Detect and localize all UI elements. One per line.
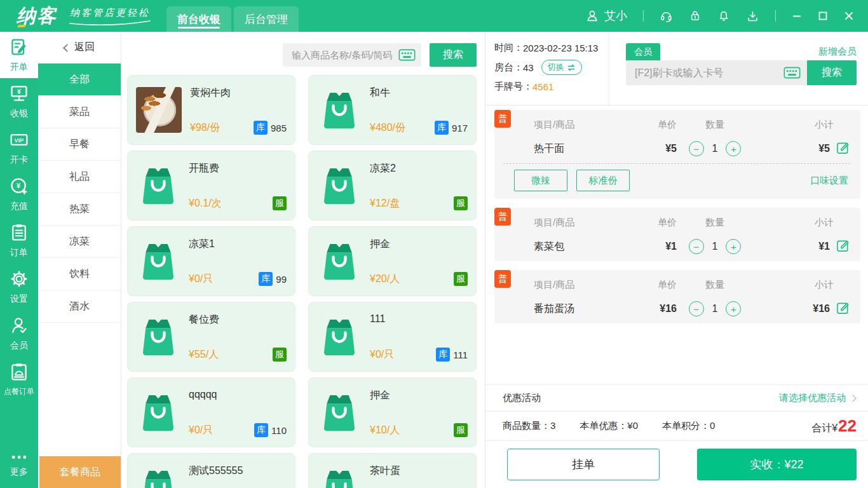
keyboard-icon[interactable] xyxy=(398,49,416,61)
sidebar-item-cashier[interactable]: ¥ 收银 xyxy=(0,78,38,125)
product-search-button[interactable]: 搜索 xyxy=(430,43,477,67)
shopping-bag-icon xyxy=(136,390,180,435)
product-card[interactable]: 押金 ¥20/人 服 xyxy=(308,226,477,296)
service-info: 服 xyxy=(273,196,287,210)
sidebar-item-recharge[interactable]: ¥ 充值 xyxy=(0,171,38,217)
sidebar-item-settings[interactable]: 设置 xyxy=(0,264,38,310)
sidebar-item-orders[interactable]: 订单 xyxy=(0,217,38,264)
order-header: 时间： 2023-02-23 15:13 房台： 43 切换 手牌号： 4561… xyxy=(485,32,868,105)
order-info: 时间： 2023-02-23 15:13 房台： 43 切换 手牌号： 4561 xyxy=(485,32,609,105)
category-item[interactable]: 菜品 xyxy=(38,96,121,128)
user-icon xyxy=(585,9,599,23)
category-item[interactable]: 酒水 xyxy=(38,290,121,323)
edit-icon[interactable] xyxy=(836,140,850,158)
product-body: 黄焖牛肉 ¥98/份 库985 xyxy=(182,76,287,144)
header-item: 项目/商品 xyxy=(534,279,623,291)
stock-count: 99 xyxy=(276,274,287,285)
totals-row: 商品数量：3 本单优惠：¥0 本单积分：0 合计¥ 22 xyxy=(485,411,868,441)
member-person-icon xyxy=(10,316,29,337)
member-search-button[interactable]: 搜索 xyxy=(807,60,857,85)
close-button[interactable] xyxy=(844,11,854,21)
decrease-qty-button[interactable]: − xyxy=(689,141,704,156)
switch-table-button[interactable]: 切换 xyxy=(541,60,582,75)
bell-icon[interactable] xyxy=(717,10,730,22)
increase-qty-button[interactable]: + xyxy=(726,301,741,316)
hold-order-button[interactable]: 挂单 xyxy=(507,449,660,480)
product-search-row: 搜索 xyxy=(122,43,477,67)
category-item[interactable]: 饮料 xyxy=(38,258,121,290)
table-label: 房台： xyxy=(494,62,523,74)
current-user[interactable]: 艾小 xyxy=(585,8,627,24)
taste-settings-link[interactable]: 口味设置 xyxy=(810,175,850,187)
headset-icon[interactable] xyxy=(660,10,673,23)
shopping-bag-icon xyxy=(136,315,180,359)
combo-products-button[interactable]: 套餐商品 xyxy=(39,456,121,488)
product-card[interactable]: 餐位费 ¥55/人 服 xyxy=(127,302,295,372)
product-card[interactable]: 111 ¥0/只 库111 xyxy=(308,302,477,372)
product-card[interactable]: qqqqq ¥0/只 库110 xyxy=(127,377,295,447)
sidebar-item-member[interactable]: 会员 xyxy=(0,310,38,356)
increase-qty-button[interactable]: + xyxy=(726,141,741,156)
back-button[interactable]: 返回 xyxy=(38,32,121,64)
product-name: 押金 xyxy=(370,389,468,402)
product-card[interactable]: 和牛 ¥480/份 库917 xyxy=(308,75,477,145)
actions-row: 挂单 实收：¥22 xyxy=(485,441,868,488)
cart-item-headers: 项目/商品 单价 数量 小计 xyxy=(494,110,860,134)
category-item[interactable]: 礼品 xyxy=(38,161,121,193)
decrease-qty-button[interactable]: − xyxy=(689,239,704,254)
member-tab[interactable]: 会员 xyxy=(626,43,660,60)
category-list: 全部菜品早餐礼品热菜凉菜饮料酒水 xyxy=(38,64,121,323)
shopping-bag-icon xyxy=(317,88,362,132)
category-item[interactable]: 早餐 xyxy=(38,128,121,161)
member-card-input[interactable] xyxy=(634,67,783,79)
category-item[interactable]: 凉菜 xyxy=(38,226,121,258)
increase-qty-button[interactable]: + xyxy=(726,239,741,254)
member-card-box[interactable] xyxy=(626,60,807,85)
category-item[interactable]: 热菜 xyxy=(38,193,121,226)
sidebar-item-open-card[interactable]: VIP 开卡 xyxy=(0,125,38,171)
tab-backend-manage[interactable]: 后台管理 xyxy=(234,6,299,32)
product-search-input[interactable] xyxy=(290,49,398,61)
minimize-button[interactable] xyxy=(792,11,802,21)
stock-count: 111 xyxy=(453,349,468,360)
sidebar-item-open-bill[interactable]: 开单 xyxy=(0,32,38,78)
edit-icon[interactable] xyxy=(836,301,850,318)
lock-icon[interactable] xyxy=(689,10,702,22)
sidebar-item-meal-orders[interactable]: 点餐订单 xyxy=(0,356,38,403)
svg-text:¥: ¥ xyxy=(17,87,21,95)
pay-button[interactable]: 实收：¥22 xyxy=(697,449,857,480)
product-grid: 黄焖牛肉 ¥98/份 库985 和牛 ¥480/份 库917 开瓶费 ¥0.1/… xyxy=(127,75,477,488)
chevron-right-icon xyxy=(849,395,856,402)
edit-icon[interactable] xyxy=(836,238,850,255)
select-promo-link[interactable]: 请选择优惠活动 xyxy=(779,392,855,404)
cart-item-values: 素菜包 ¥1 − 1 + ¥1 xyxy=(494,232,860,261)
product-price: ¥12/盘 xyxy=(370,197,400,210)
cart-item-qty: 1 xyxy=(712,303,718,315)
decrease-qty-button[interactable]: − xyxy=(689,301,704,316)
keyboard-icon[interactable] xyxy=(783,67,801,79)
taste-tag-button[interactable]: 标准份 xyxy=(576,170,630,191)
cart-item-name: 热干面 xyxy=(534,142,623,156)
sidebar-item-more[interactable]: 更多 xyxy=(0,445,38,485)
product-card[interactable]: 凉菜2 ¥12/盘 服 xyxy=(308,151,477,220)
product-body: 餐位费 ¥55/人 服 xyxy=(180,302,287,371)
stock-badge: 库 xyxy=(254,121,268,135)
category-item[interactable]: 全部 xyxy=(38,64,121,96)
sidebar-item-label: 充值 xyxy=(10,201,28,212)
product-card[interactable]: 黄焖牛肉 ¥98/份 库985 xyxy=(127,75,295,145)
add-member-link[interactable]: 新增会员 xyxy=(818,46,857,58)
product-card[interactable]: 凉菜1 ¥0/只 库99 xyxy=(127,226,295,296)
maximize-button[interactable] xyxy=(818,11,828,21)
topbar: 纳客 纳客管店更轻松 前台收银后台管理 艾小 xyxy=(0,0,868,32)
download-icon[interactable] xyxy=(746,10,759,23)
tab-front-cashier[interactable]: 前台收银 xyxy=(166,6,231,32)
product-card[interactable]: 测试555555 xyxy=(127,453,295,488)
time-value: 2023-02-23 15:13 xyxy=(523,43,598,53)
product-card[interactable]: 开瓶费 ¥0.1/次 服 xyxy=(127,151,295,220)
product-price: ¥0/只 xyxy=(370,348,394,362)
product-card[interactable]: 押金 ¥10/人 服 xyxy=(308,377,477,447)
product-search-box[interactable] xyxy=(283,43,421,67)
hand-tag-value: 4561 xyxy=(532,81,553,92)
taste-tag-button[interactable]: 微辣 xyxy=(514,170,567,191)
product-card[interactable]: 茶叶蛋 xyxy=(308,453,477,488)
